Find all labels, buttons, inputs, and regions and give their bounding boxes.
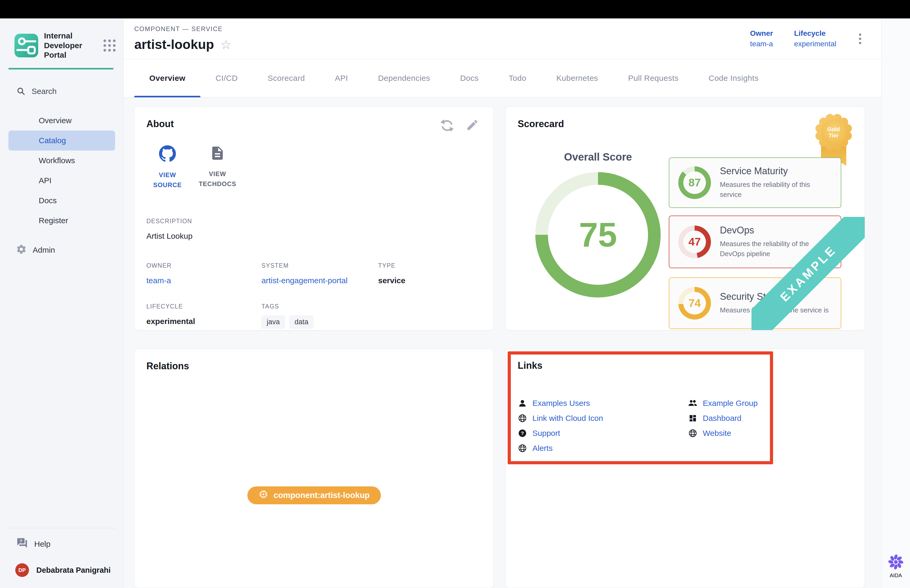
system-top-bar (0, 0, 910, 18)
tag-chip[interactable]: data (289, 315, 314, 329)
owner-field-value[interactable]: team-a (146, 276, 262, 285)
relations-title: Relations (146, 360, 482, 372)
metric-title: DevOps (720, 225, 832, 236)
metric-ring: 47 (678, 226, 711, 258)
overview-content: About (124, 97, 881, 588)
relation-chip-label: component:artist-lookup (273, 491, 370, 500)
avatar: DP (15, 563, 29, 577)
metric-title: Security Standards (720, 291, 829, 302)
tags-field-label: TAGS (262, 303, 482, 310)
sidebar-divider (8, 528, 116, 528)
tab-pull-requests[interactable]: Pull Requests (613, 59, 693, 97)
link-website[interactable]: Website (688, 428, 758, 438)
link-cloud[interactable]: Link with Cloud Icon (518, 414, 688, 423)
view-techdocs-button[interactable]: VIEW TECHDOCS (196, 145, 239, 190)
type-field-label: TYPE (378, 262, 482, 269)
link-dashboard[interactable]: Dashboard (688, 414, 758, 423)
sidebar-item-admin[interactable]: Admin (16, 244, 116, 257)
gear-icon (16, 244, 27, 257)
relations-card: Relations (134, 349, 494, 588)
lifecycle-meta: Lifecycle experimental (794, 29, 836, 48)
lifecycle-field-value: experimental (146, 317, 262, 326)
description-label: DESCRIPTION (146, 218, 482, 225)
aida-assistant-button[interactable]: AIDA (887, 554, 904, 578)
github-icon (159, 145, 176, 163)
page-title: artist-lookup (134, 37, 214, 52)
sidebar-item-api[interactable]: API (8, 171, 115, 191)
metric-description: Measures how secure the service is (720, 305, 829, 315)
people-icon (688, 399, 698, 408)
scorecard-title: Scorecard (518, 118, 853, 129)
tab-overview[interactable]: Overview (134, 59, 200, 97)
view-techdocs-label: VIEW TECHDOCS (196, 169, 239, 189)
relation-node-chip[interactable]: component:artist-lookup (247, 486, 381, 504)
apps-grid-icon[interactable] (103, 39, 116, 52)
metric-service-maturity[interactable]: 87 Service Maturity Measures the reliabi… (669, 157, 841, 208)
overall-score-value: 75 (579, 215, 617, 255)
component-chip-icon (258, 489, 268, 501)
tab-docs[interactable]: Docs (445, 59, 494, 97)
help-label: Help (34, 540, 50, 549)
tab-api[interactable]: API (320, 59, 363, 97)
tab-scorecard[interactable]: Scorecard (253, 59, 320, 97)
tab-todo[interactable]: Todo (494, 59, 541, 97)
badge-rosette: Gold Tier (815, 114, 852, 150)
right-gutter: AIDA (881, 18, 910, 588)
sidebar-item-catalog[interactable]: Catalog (8, 131, 115, 150)
sidebar-item-docs[interactable]: Docs (8, 191, 115, 210)
tab-dependencies[interactable]: Dependencies (363, 59, 445, 97)
link-examples-users[interactable]: Examples Users (518, 399, 688, 408)
owner-label: Owner (750, 29, 773, 38)
tab-code-insights[interactable]: Code Insights (693, 59, 774, 97)
link-example-group[interactable]: Example Group (688, 399, 758, 408)
svg-text:Tier: Tier (829, 132, 839, 139)
entity-kind-eyebrow: COMPONENT — SERVICE (134, 25, 232, 32)
edit-pencil-icon[interactable] (466, 118, 479, 134)
metric-ring: 87 (678, 166, 711, 199)
scorecard-card: Scorecard (506, 107, 865, 330)
help-chat-icon: ? (16, 537, 28, 551)
overall-score-gauge: 75 (535, 172, 661, 297)
more-options-icon[interactable] (857, 32, 863, 46)
app-window: Internal Developer Portal Search Overvie… (0, 18, 910, 588)
favorite-star-icon[interactable]: ☆ (220, 38, 232, 51)
entity-header: COMPONENT — SERVICE artist-lookup ☆ Owne… (124, 18, 881, 59)
main-area: COMPONENT — SERVICE artist-lookup ☆ Owne… (124, 18, 881, 588)
metric-description: Measures the reliability of this service (720, 180, 832, 200)
user-name: Debabrata Panigrahi (36, 566, 111, 575)
user-menu[interactable]: DP Debabrata Panigrahi (15, 563, 116, 577)
help-button[interactable]: ? Help (16, 537, 116, 551)
entity-tabs: Overview CI/CD Scorecard API Dependencie… (124, 59, 881, 97)
admin-label: Admin (33, 246, 55, 255)
tag-chip[interactable]: java (262, 315, 285, 329)
owner-meta: Owner team-a (750, 29, 773, 48)
search-label: Search (32, 87, 57, 96)
link-support[interactable]: ? Support (518, 428, 688, 438)
sidebar-item-overview[interactable]: Overview (8, 111, 115, 131)
globe-icon (518, 414, 527, 423)
links-card: Links Examples Users (506, 349, 865, 588)
metric-devops[interactable]: 47 DevOps Measures the reliability of th… (669, 216, 841, 268)
owner-value[interactable]: team-a (750, 40, 773, 48)
type-field-value: service (378, 276, 482, 285)
person-icon (518, 399, 527, 408)
system-field-value[interactable]: artist-engagement-portal (262, 276, 378, 285)
sidebar-search[interactable]: Search (16, 86, 116, 97)
portal-logo-icon (15, 34, 38, 57)
metric-title: Service Maturity (720, 166, 832, 177)
system-field-label: SYSTEM (262, 262, 378, 269)
help-circle-icon: ? (518, 429, 527, 438)
portal-title: Internal Developer Portal (44, 31, 98, 60)
globe-icon (518, 444, 527, 453)
svg-text:Gold: Gold (827, 126, 840, 132)
refresh-icon[interactable] (440, 118, 454, 134)
tab-kubernetes[interactable]: Kubernetes (541, 59, 613, 97)
sidebar-item-workflows[interactable]: Workflows (8, 150, 115, 171)
metric-security-standards[interactable]: 74 Security Standards Measures how secur… (669, 278, 841, 329)
sidebar-item-register[interactable]: Register (8, 210, 115, 231)
link-alerts[interactable]: Alerts (518, 444, 688, 453)
metric-ring: 74 (678, 287, 711, 320)
links-title: Links (518, 360, 853, 371)
view-source-button[interactable]: VIEW SOURCE (146, 145, 189, 190)
tab-cicd[interactable]: CI/CD (200, 59, 252, 97)
